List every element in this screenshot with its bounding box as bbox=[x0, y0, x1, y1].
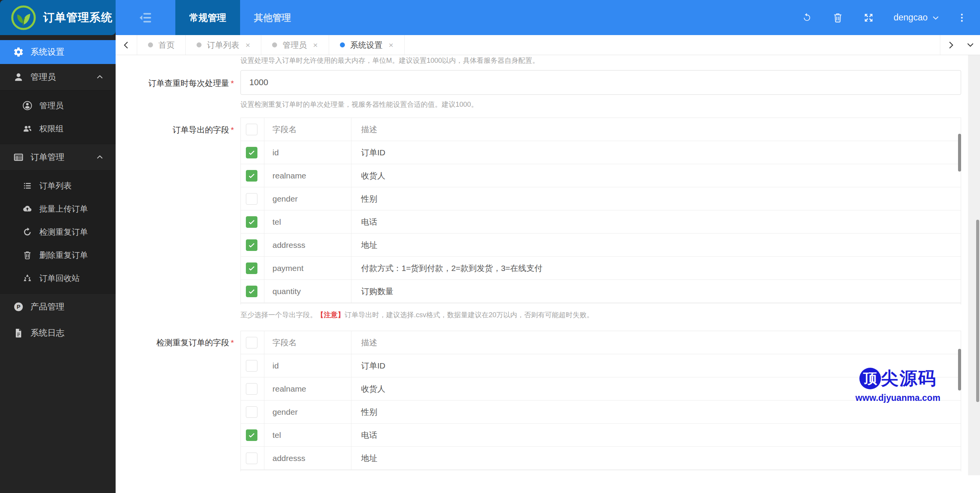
table-row: realname 收货人 bbox=[241, 377, 961, 400]
row-checkbox[interactable] bbox=[246, 406, 257, 418]
page-tab[interactable]: 订单列表 × bbox=[186, 35, 261, 55]
sidebar-item[interactable]: 检测重复订单 bbox=[0, 220, 116, 244]
top-header: 常规管理其他管理 bbox=[116, 0, 980, 35]
top-menu-tab[interactable]: 常规管理 bbox=[175, 0, 240, 35]
sidebar-item[interactable]: 订单列表 bbox=[0, 174, 116, 197]
row-checkbox[interactable] bbox=[246, 170, 257, 182]
leaf-logo-icon bbox=[10, 4, 37, 31]
sidebar-item[interactable]: 管理员 bbox=[0, 94, 116, 117]
table-row: tel 电话 bbox=[241, 210, 961, 234]
table-row: addresss 地址 bbox=[241, 234, 961, 257]
top-menu-tabs: 常规管理其他管理 bbox=[175, 0, 305, 35]
close-icon[interactable]: × bbox=[245, 40, 250, 50]
topbar-right: dengcao bbox=[783, 0, 980, 35]
row-checkbox[interactable] bbox=[246, 429, 257, 441]
order-management-app: 订单管理系统 系统设置 管理员 管理员 权限组 订单管理 订单列表 批量上传订单… bbox=[0, 0, 980, 493]
tabs-dropdown-icon[interactable] bbox=[961, 35, 980, 55]
sidebar: 订单管理系统 系统设置 管理员 管理员 权限组 订单管理 订单列表 批量上传订单… bbox=[0, 0, 116, 493]
page-tab[interactable]: 管理员 × bbox=[261, 35, 329, 55]
chevron-down-icon bbox=[931, 13, 940, 22]
tab-status-dot-icon bbox=[272, 42, 277, 47]
export-table-scrollbar-thumb[interactable] bbox=[958, 134, 961, 172]
user-icon bbox=[13, 71, 24, 83]
row-checkbox[interactable] bbox=[246, 360, 257, 372]
watermark-url: www.djyuanma.com bbox=[854, 393, 942, 403]
table-row: id 订单ID bbox=[241, 141, 961, 164]
dup-fields-table: 字段名 描述 id 订单ID realname 收货人 gender 性别 te… bbox=[240, 331, 961, 471]
close-icon[interactable]: × bbox=[389, 40, 393, 50]
table-row: 字段名 描述 bbox=[241, 118, 961, 141]
svg-text:P: P bbox=[17, 304, 20, 310]
table-row: tel 电话 bbox=[241, 424, 961, 447]
kebab-menu-icon[interactable] bbox=[955, 11, 968, 24]
sidebar-item[interactable]: 删除重复订单 bbox=[0, 244, 116, 267]
redo-icon bbox=[22, 226, 33, 238]
tabs-scroll-left-icon[interactable] bbox=[116, 35, 137, 55]
log-icon bbox=[13, 327, 24, 339]
table-row: id 订单ID bbox=[241, 354, 961, 377]
refresh-icon[interactable] bbox=[800, 11, 814, 24]
table-row: 字段名 描述 bbox=[241, 331, 961, 354]
table-row: gender 性别 bbox=[241, 187, 961, 210]
sidebar-fold-icon[interactable] bbox=[116, 0, 175, 35]
close-icon[interactable]: × bbox=[313, 40, 318, 50]
sidebar-nav: 系统设置 管理员 管理员 权限组 订单管理 订单列表 批量上传订单 检测重复订单… bbox=[0, 35, 116, 346]
sidebar-item[interactable]: P 产品管理 bbox=[0, 294, 116, 320]
user-circle-icon bbox=[22, 100, 33, 111]
row-checkbox[interactable] bbox=[246, 262, 257, 274]
top-menu-tab[interactable]: 其他管理 bbox=[240, 0, 305, 35]
row-checkbox[interactable] bbox=[246, 337, 257, 348]
sidebar-item[interactable]: 系统设置 bbox=[0, 40, 116, 64]
users-icon bbox=[22, 123, 33, 135]
export-fields-table: 字段名 描述 id 订单ID realname 收货人 gender 性别 te… bbox=[240, 118, 961, 305]
row-checkbox[interactable] bbox=[246, 124, 257, 135]
sidebar-item[interactable]: 系统日志 bbox=[0, 320, 116, 346]
sidebar-item[interactable]: 订单回收站 bbox=[0, 267, 116, 290]
chevron-up-icon bbox=[96, 153, 104, 162]
page-tab[interactable]: 首页 bbox=[137, 35, 186, 55]
tabs-scroll-right-icon[interactable] bbox=[940, 35, 961, 55]
page-tab[interactable]: 系统设置 × bbox=[329, 35, 405, 55]
tab-status-dot-icon bbox=[148, 42, 153, 47]
row-checkbox[interactable] bbox=[246, 216, 257, 228]
export-fields-label: 订单导出的字段* bbox=[116, 125, 234, 135]
sidebar-item[interactable]: 订单管理 bbox=[0, 144, 116, 170]
row-checkbox[interactable] bbox=[246, 453, 257, 464]
order-table-icon bbox=[13, 151, 24, 163]
row-checkbox[interactable] bbox=[246, 239, 257, 251]
dup-table-scrollbar-thumb[interactable] bbox=[958, 349, 961, 390]
chevron-up-icon bbox=[96, 73, 104, 81]
row-checkbox[interactable] bbox=[246, 286, 257, 297]
logo-block[interactable]: 订单管理系统 bbox=[0, 0, 116, 35]
batch-size-help-text: 设置检测重复订单时的单次处理量，视服务器性能设置合适的值。建议1000。 bbox=[240, 100, 478, 109]
page-scrollbar-thumb[interactable] bbox=[976, 220, 979, 402]
user-name: dengcao bbox=[894, 12, 928, 23]
watermark: 顶 尖源码 www.djyuanma.com bbox=[854, 367, 942, 403]
watermark-logo-text: 尖源码 bbox=[881, 367, 936, 390]
cogs-icon bbox=[13, 46, 24, 58]
recycle-icon bbox=[22, 273, 33, 284]
product-icon: P bbox=[13, 301, 24, 313]
fullscreen-icon[interactable] bbox=[862, 11, 875, 24]
sidebar-item[interactable]: 权限组 bbox=[0, 117, 116, 140]
sidebar-item[interactable]: 批量上传订单 bbox=[0, 197, 116, 220]
table-row: realname 收货人 bbox=[241, 164, 961, 187]
tab-status-dot-icon bbox=[340, 42, 345, 47]
table-row: addresss 地址 bbox=[241, 447, 961, 470]
batch-size-input[interactable] bbox=[240, 70, 961, 95]
row-checkbox[interactable] bbox=[246, 383, 257, 395]
sidebar-item[interactable]: 管理员 bbox=[0, 64, 116, 90]
settings-form: 设置处理导入订单时允许使用的最大内存，单位M。建议设置1000以内，具体看服务器… bbox=[116, 55, 980, 493]
table-row: payment 付款方式：1=货到付款，2=款到发货，3=在线支付 bbox=[241, 257, 961, 280]
trash-icon[interactable] bbox=[831, 11, 844, 24]
table-row: quantity 订购数量 bbox=[241, 280, 961, 303]
cloud-upload-icon bbox=[22, 203, 33, 215]
app-title: 订单管理系统 bbox=[43, 10, 113, 25]
sidebar-submenu: 管理员 权限组 bbox=[0, 90, 116, 144]
watermark-logo-icon: 顶 bbox=[859, 368, 881, 389]
user-menu[interactable]: dengcao bbox=[894, 12, 940, 23]
row-checkbox[interactable] bbox=[246, 193, 257, 205]
export-help-text: 至少选择一个导出字段。【注意】订单导出时，建议选择.csv格式，数据量建议在20… bbox=[240, 310, 593, 320]
trash-icon bbox=[22, 249, 33, 261]
row-checkbox[interactable] bbox=[246, 147, 257, 158]
